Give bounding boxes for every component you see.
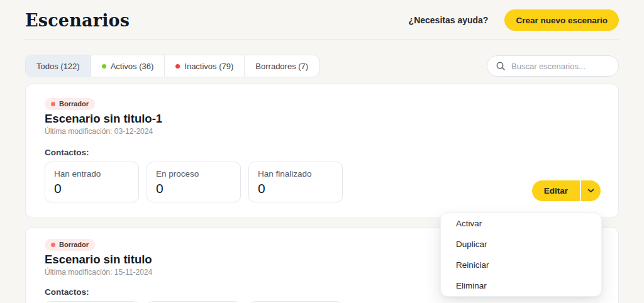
- tab-borradores-label: Borradores (7): [255, 62, 308, 71]
- menu-item-duplicar[interactable]: Duplicar: [441, 234, 601, 255]
- chevron-down-icon: [587, 189, 594, 193]
- status-badge-label: Borrador: [59, 100, 89, 108]
- status-badge-label: Borrador: [59, 241, 89, 249]
- search-icon: [496, 61, 506, 71]
- scenario-title: Escenario sin titulo-1: [45, 113, 599, 125]
- draft-dot-icon: [51, 243, 55, 247]
- menu-item-reiniciar[interactable]: Reiniciar: [441, 255, 601, 275]
- create-scenario-button[interactable]: Crear nuevo escenario: [504, 9, 619, 31]
- status-badge: Borrador: [45, 239, 95, 251]
- edit-button[interactable]: Editar: [532, 180, 580, 201]
- toolbar: Todos (122) Activos (36) Inactivos (79) …: [25, 55, 619, 77]
- scenario-card: Borrador Escenario sin titulo-1 Última m…: [25, 84, 619, 218]
- menu-item-eliminar[interactable]: Eliminar: [441, 275, 601, 296]
- tab-activos-label: Activos (36): [111, 62, 154, 71]
- stat-value: 0: [54, 182, 130, 196]
- page-title: Escenarios: [25, 11, 130, 30]
- tab-inactivos[interactable]: Inactivos (79): [165, 55, 245, 77]
- last-modified: Última modificación: 03-12-2024: [45, 128, 599, 136]
- tab-activos[interactable]: Activos (36): [91, 55, 165, 77]
- tab-todos-label: Todos (122): [36, 62, 80, 71]
- header-actions: ¿Necesitas ayuda? Crear nuevo escenario: [409, 9, 619, 31]
- stat-label: En proceso: [156, 169, 231, 179]
- search-box: [487, 55, 619, 77]
- scenarios-page: Escenarios ¿Necesitas ayuda? Crear nuevo…: [0, 0, 644, 303]
- page-header: Escenarios ¿Necesitas ayuda? Crear nuevo…: [0, 0, 644, 31]
- search-input[interactable]: [511, 62, 610, 71]
- header-divider: [25, 39, 619, 40]
- contacts-label: Contactos:: [45, 148, 599, 157]
- help-link[interactable]: ¿Necesitas ayuda?: [409, 15, 489, 25]
- active-status-dot-icon: [102, 64, 106, 69]
- stat-value: 0: [258, 182, 333, 196]
- contact-stats: Han entrado 0 En proceso 0 Han finalizad…: [45, 162, 599, 202]
- status-badge: Borrador: [45, 98, 95, 110]
- tab-inactivos-label: Inactivos (79): [184, 62, 233, 71]
- stat-value: 0: [156, 182, 231, 196]
- stat-in-progress: En proceso 0: [147, 162, 241, 202]
- stat-label: Han entrado: [54, 169, 130, 179]
- menu-item-activar[interactable]: Activar: [441, 213, 601, 234]
- tab-todos[interactable]: Todos (122): [26, 55, 91, 77]
- stat-entered: Han entrado 0: [45, 162, 139, 202]
- stat-finished: Han finalizado 0: [248, 162, 343, 202]
- edit-split-button: Editar: [532, 180, 601, 201]
- edit-dropdown-menu: Activar Duplicar Reiniciar Eliminar: [440, 212, 602, 297]
- stat-label: Han finalizado: [258, 169, 333, 179]
- filter-tabs: Todos (122) Activos (36) Inactivos (79) …: [25, 55, 319, 77]
- tab-borradores[interactable]: Borradores (7): [245, 55, 319, 77]
- draft-dot-icon: [51, 102, 55, 106]
- inactive-status-dot-icon: [175, 64, 180, 69]
